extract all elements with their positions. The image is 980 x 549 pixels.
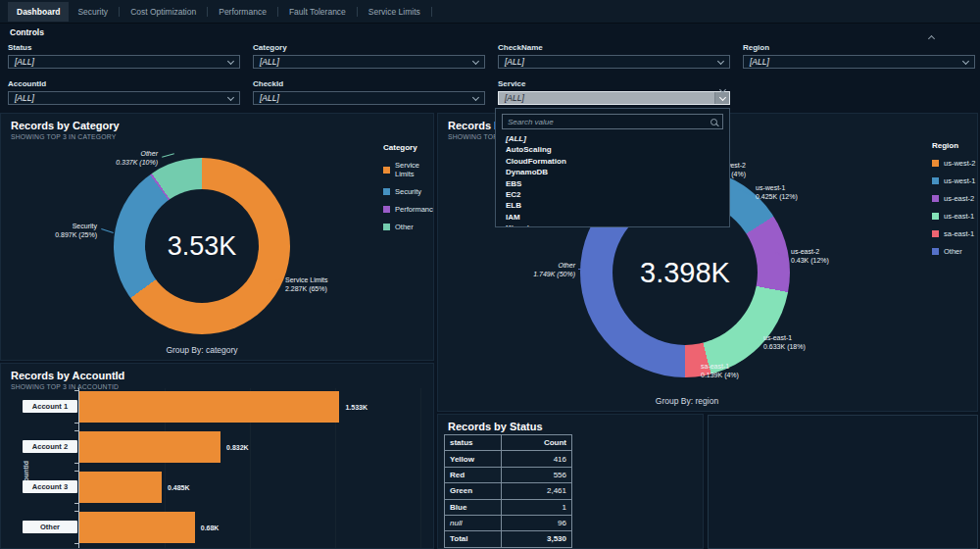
legend-item-security[interactable]: Security <box>383 187 434 196</box>
tab-fault-tolerance[interactable]: Fault Tolerance <box>280 2 355 22</box>
axis-tick <box>74 463 78 464</box>
axis-label-account-2: Account 2 <box>23 440 77 453</box>
tab-performance[interactable]: Performance <box>210 2 275 22</box>
legend-label: us-west-1 <box>944 176 976 185</box>
legend-title: Category <box>383 143 434 152</box>
filter-label: Service <box>498 79 730 88</box>
filter-service: Service [ALL] <box>498 79 730 105</box>
axis-label-other: Other <box>23 521 77 533</box>
legend-label: us-east-1 <box>944 212 974 221</box>
chevron-down-icon <box>472 93 479 100</box>
table-row: null96 <box>445 515 572 530</box>
group-by-label: Group By: region <box>438 396 936 406</box>
callout-us-east-2: us-east-2 0.43K (12%) <box>791 247 829 265</box>
legend-swatch <box>932 230 939 237</box>
filter-status: Status [ALL] <box>8 43 240 69</box>
legend-swatch <box>383 167 390 174</box>
callout-other: Other 0.337K (10%) <box>116 149 158 167</box>
legend-item-sa-east-1[interactable]: sa-east-1 <box>932 229 976 238</box>
checkid-select[interactable]: [ALL] <box>253 91 485 105</box>
callout-line <box>162 153 174 158</box>
empty-panel <box>708 415 978 549</box>
chevron-up-icon <box>928 35 935 42</box>
bar-account-3[interactable] <box>79 472 162 503</box>
legend-label: us-west-2 <box>944 159 976 168</box>
legend-item-us-west-2[interactable]: us-west-2 <box>932 159 976 168</box>
select-value: [ALL] <box>15 57 34 67</box>
option-kinesis[interactable]: Kinesis <box>506 223 729 227</box>
search-input[interactable] <box>508 118 710 126</box>
option-autoscaling[interactable]: AutoScaling <box>506 144 729 155</box>
bar-value-label: 1.533K <box>345 404 368 411</box>
callout-line <box>578 269 589 270</box>
bar-account-2[interactable] <box>79 431 220 463</box>
filter-region: Region [ALL] <box>743 43 975 69</box>
axis-tick <box>74 430 78 431</box>
service-collapse-button[interactable] <box>720 78 725 96</box>
filter-label: CheckId <box>253 79 485 88</box>
legend-item-us-east-1[interactable]: us-east-1 <box>932 212 976 221</box>
checkname-select[interactable]: [ALL] <box>498 55 730 69</box>
filter-label: CheckName <box>498 43 730 52</box>
panel-records-by-category: Records by Category SHOWING TOP 3 IN CAT… <box>0 113 434 361</box>
axis-tick <box>74 543 78 544</box>
select-value: [ALL] <box>260 93 279 103</box>
donut-center-value: 3.53K <box>168 231 237 262</box>
column-header-status: status <box>445 435 502 451</box>
accountid-select[interactable]: [ALL] <box>8 91 240 105</box>
option-iam[interactable]: IAM <box>506 212 729 223</box>
table-row: Blue1 <box>445 499 572 515</box>
service-select[interactable]: [ALL] <box>498 91 730 105</box>
table-row: Green2,461 <box>445 483 572 499</box>
panel-records-by-status: Records by Status status Count Yellow416… <box>437 414 704 549</box>
chevron-down-icon <box>472 57 479 64</box>
tab-separator <box>357 7 358 17</box>
legend-item-performance[interactable]: Performance <box>383 205 434 214</box>
category-select[interactable]: [ALL] <box>253 55 485 69</box>
search-icon <box>710 119 717 125</box>
callout-sa-east-1: sa-east-1 0.139K (4%) <box>701 362 739 379</box>
legend-swatch <box>932 248 939 255</box>
tab-separator <box>431 7 432 17</box>
option-cloudformation[interactable]: CloudFormation <box>506 156 729 167</box>
table-row: Yellow416 <box>445 451 572 467</box>
bar-account-1[interactable] <box>79 391 339 423</box>
legend-item-other[interactable]: Other <box>383 223 434 231</box>
bar-other[interactable] <box>79 512 195 543</box>
category-donut-chart[interactable]: 3.53K <box>114 158 290 334</box>
tab-cost-optimization[interactable]: Cost Optimization <box>122 2 205 22</box>
legend-item-us-east-2[interactable]: us-east-2 <box>932 194 976 203</box>
callout-line <box>685 367 699 368</box>
legend-label: Other <box>395 223 414 231</box>
legend-swatch <box>383 206 390 213</box>
legend-label: sa-east-1 <box>944 229 974 238</box>
status-select[interactable]: [ALL] <box>8 55 240 69</box>
legend-item-other[interactable]: Other <box>932 247 976 256</box>
tab-security[interactable]: Security <box>69 2 117 22</box>
tab-dashboard[interactable]: Dashboard <box>8 2 69 22</box>
callout-other-region: Other 1.749K (50%) <box>533 261 575 278</box>
chevron-down-icon <box>719 86 726 93</box>
callout-line <box>101 228 114 233</box>
panel-records-by-accountid: Records by AccountId SHOWING TOP 3 IN AC… <box>0 363 434 549</box>
axis-label-account-1: Account 1 <box>23 400 77 413</box>
option-ec2[interactable]: EC2 <box>506 189 729 200</box>
bar-value-label: 0.68K <box>201 524 220 531</box>
chevron-down-icon <box>717 57 724 64</box>
option-elb[interactable]: ELB <box>506 200 729 211</box>
option-all[interactable]: [ALL] <box>506 133 729 144</box>
legend-item-service-limits[interactable]: Service Limits <box>383 161 434 178</box>
legend-label: us-east-2 <box>944 194 974 203</box>
tab-service-limits[interactable]: Service Limits <box>360 2 429 22</box>
axis-tick <box>74 511 78 512</box>
filter-label: Status <box>8 43 240 52</box>
option-ebs[interactable]: EBS <box>506 178 729 189</box>
bar-chart-plot-area: 1.533K 0.832K 0.485K 0.68K <box>78 388 427 549</box>
legend-item-us-west-1[interactable]: us-west-1 <box>932 176 976 185</box>
axis-tick <box>74 471 78 472</box>
region-select[interactable]: [ALL] <box>743 55 975 69</box>
region-legend: Region us-west-2 us-west-1 us-east-2 us-… <box>932 141 976 265</box>
filter-checkname: CheckName [ALL] <box>498 43 730 69</box>
bar-value-label: 0.832K <box>226 444 249 451</box>
option-dynamodb[interactable]: DynamoDB <box>506 167 729 177</box>
